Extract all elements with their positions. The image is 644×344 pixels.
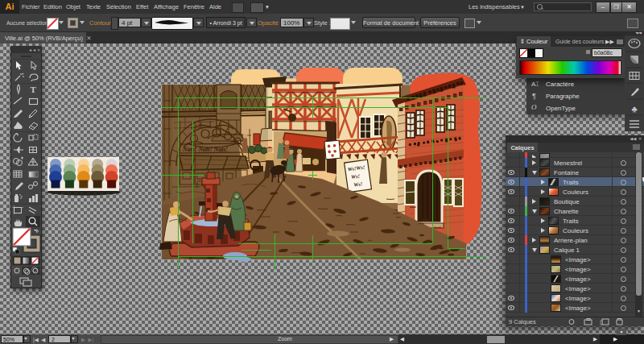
svg-text:✕: ✕ [37,48,40,52]
svg-text:T: T [31,85,37,94]
svg-text:◄◄: ◄◄ [28,48,36,52]
svg-text:♣: ♣ [631,104,637,114]
